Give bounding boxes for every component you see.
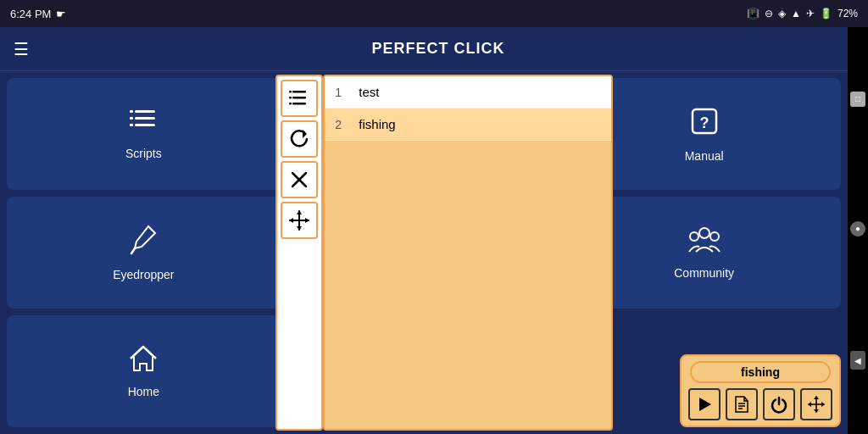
svg-marker-27 xyxy=(297,226,302,231)
svg-marker-21 xyxy=(303,130,307,138)
tile-eyedropper[interactable]: Eyedropper xyxy=(7,197,281,309)
svg-point-12 xyxy=(699,228,709,238)
play-button[interactable] xyxy=(688,388,721,420)
svg-rect-1 xyxy=(135,117,155,120)
svg-rect-3 xyxy=(130,110,133,113)
svg-marker-29 xyxy=(305,218,309,223)
svg-line-11 xyxy=(131,248,135,253)
svg-marker-38 xyxy=(808,402,811,407)
back-button[interactable]: ◀ xyxy=(850,351,865,370)
cursor-icon: ☛ xyxy=(56,8,66,20)
eyedropper-icon xyxy=(130,225,157,261)
app-title: PERFECT CLICK xyxy=(42,40,834,58)
status-time: 6:24 PM ☛ xyxy=(10,8,66,20)
control-buttons-row xyxy=(688,388,832,420)
script-name-0: test xyxy=(359,85,379,99)
svg-rect-5 xyxy=(130,124,133,126)
svg-rect-19 xyxy=(289,97,292,99)
status-icons: 📳 ⊖ ◈ ▲ ✈ 🔋 72% xyxy=(747,8,858,19)
wifi-icon: ▲ xyxy=(791,8,801,19)
right-sidebar: □ ● ◀ xyxy=(848,27,868,434)
vibrate-icon: 📳 xyxy=(747,8,760,19)
svg-point-14 xyxy=(710,232,719,241)
selected-script-badge: fishing xyxy=(690,361,831,383)
file-button[interactable] xyxy=(726,388,758,420)
svg-rect-0 xyxy=(135,110,155,113)
menu-button[interactable]: ☰ xyxy=(14,39,29,59)
time-display: 6:24 PM xyxy=(10,8,51,20)
status-bar: 6:24 PM ☛ 📳 ⊖ ◈ ▲ ✈ 🔋 72% xyxy=(0,0,868,27)
script-item-1[interactable]: 2 fishing xyxy=(325,108,610,141)
list-icon xyxy=(128,108,159,140)
hamburger-icon: ☰ xyxy=(14,40,29,58)
script-num-0: 1 xyxy=(335,86,348,99)
svg-rect-2 xyxy=(135,124,155,126)
script-list-panel: 1 test 2 fishing xyxy=(323,75,612,431)
svg-rect-18 xyxy=(289,91,292,93)
tile-home[interactable]: Home xyxy=(7,315,281,427)
tile-scripts[interactable]: Scripts xyxy=(7,78,281,190)
circle-button[interactable]: ● xyxy=(850,221,865,236)
sidebar-move-button[interactable] xyxy=(281,202,318,239)
battery-percent: 72% xyxy=(837,8,858,19)
airplane-icon: ✈ xyxy=(806,8,815,19)
signal-icon: ◈ xyxy=(778,8,786,19)
svg-rect-15 xyxy=(292,91,306,93)
svg-rect-4 xyxy=(130,117,133,120)
svg-rect-16 xyxy=(292,97,306,99)
svg-marker-37 xyxy=(814,409,819,413)
sidebar-list-button[interactable] xyxy=(281,80,318,117)
square-button[interactable]: □ xyxy=(850,92,865,107)
svg-text:?: ? xyxy=(699,114,709,131)
svg-marker-36 xyxy=(814,396,819,399)
minus-icon: ⊖ xyxy=(765,8,773,19)
script-num-1: 2 xyxy=(335,118,348,131)
svg-marker-26 xyxy=(297,210,302,214)
tile-manual-label: Manual xyxy=(685,149,724,163)
svg-point-13 xyxy=(690,232,698,241)
svg-marker-28 xyxy=(289,218,293,223)
svg-rect-20 xyxy=(289,103,292,105)
tile-scripts-label: Scripts xyxy=(125,147,162,160)
script-name-1: fishing xyxy=(359,117,395,131)
svg-marker-30 xyxy=(699,398,711,411)
script-list: 1 test 2 fishing xyxy=(325,76,610,141)
people-icon xyxy=(687,226,721,259)
home-icon xyxy=(129,345,158,378)
app-header: ☰ PERFECT CLICK xyxy=(0,27,848,71)
tile-community-label: Community xyxy=(674,266,734,280)
tile-eyedropper-label: Eyedropper xyxy=(113,268,174,281)
battery-icon: 🔋 xyxy=(820,8,832,19)
sidebar-refresh-button[interactable] xyxy=(281,120,318,158)
svg-marker-39 xyxy=(821,402,825,407)
power-button[interactable] xyxy=(763,388,795,420)
question-icon: ? xyxy=(689,106,720,142)
main-grid: Scripts New script ? xyxy=(0,71,848,434)
sidebar-panel xyxy=(275,75,323,431)
svg-rect-17 xyxy=(292,103,306,105)
tile-home-label: Home xyxy=(128,385,159,398)
script-item-0[interactable]: 1 test xyxy=(325,76,610,108)
sidebar-close-button[interactable] xyxy=(281,161,318,198)
bottom-control-panel: fishing xyxy=(680,354,841,427)
expand-button[interactable] xyxy=(800,388,832,420)
